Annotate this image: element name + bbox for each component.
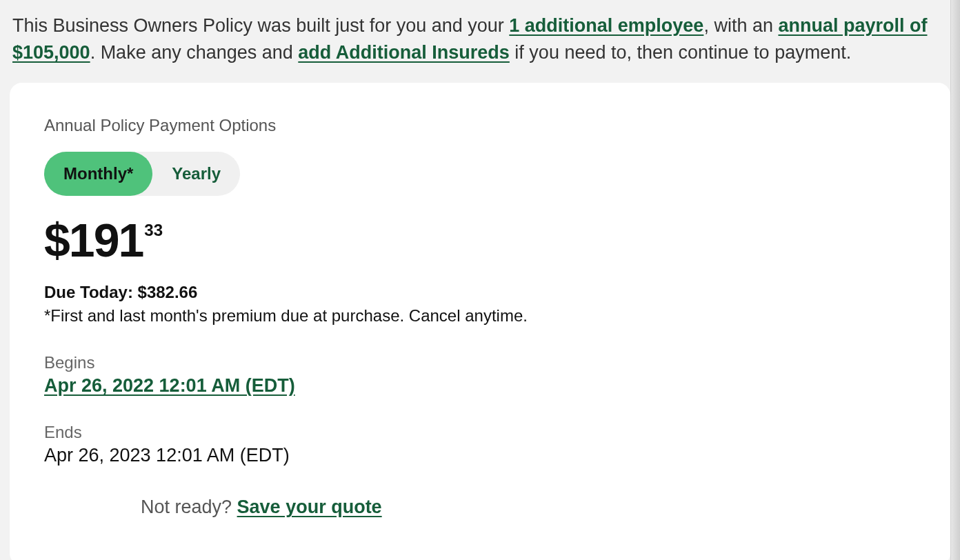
scrollbar-track[interactable] — [950, 0, 960, 560]
save-prefix: Not ready? — [141, 497, 237, 517]
intro-paragraph: This Business Owners Policy was built ju… — [0, 0, 960, 83]
premium-disclaimer: *First and last month's premium due at p… — [44, 306, 916, 326]
intro-text-mid1: , with an — [703, 15, 778, 36]
intro-text-prefix: This Business Owners Policy was built ju… — [12, 15, 509, 36]
tab-yearly[interactable]: Yearly — [152, 152, 240, 196]
ends-date-value: Apr 26, 2023 12:01 AM (EDT) — [44, 445, 916, 466]
ends-label: Ends — [44, 423, 916, 442]
begins-date-link[interactable]: Apr 26, 2022 12:01 AM (EDT) — [44, 375, 295, 397]
tab-monthly[interactable]: Monthly* — [44, 152, 152, 196]
payment-frequency-toggle: Monthly* Yearly — [44, 152, 240, 196]
price-display: $191 33 — [44, 217, 916, 263]
save-quote-row: Not ready? Save your quote — [44, 497, 916, 518]
payment-options-label: Annual Policy Payment Options — [44, 116, 916, 135]
due-today-label: Due Today: — [44, 283, 138, 301]
intro-text-mid2: . Make any changes and — [90, 42, 299, 63]
price-dollars: $191 — [44, 217, 143, 263]
additional-insureds-link[interactable]: add Additional Insureds — [298, 42, 510, 63]
payment-card: Annual Policy Payment Options Monthly* Y… — [10, 83, 950, 560]
intro-text-suffix: if you need to, then continue to payment… — [510, 42, 851, 63]
begins-label: Begins — [44, 353, 916, 372]
price-cents: 33 — [144, 221, 163, 240]
due-today-amount: $382.66 — [138, 283, 198, 301]
save-quote-link[interactable]: Save your quote — [237, 497, 382, 517]
employees-link[interactable]: 1 additional employee — [509, 15, 703, 36]
due-today-line: Due Today: $382.66 — [44, 283, 916, 302]
